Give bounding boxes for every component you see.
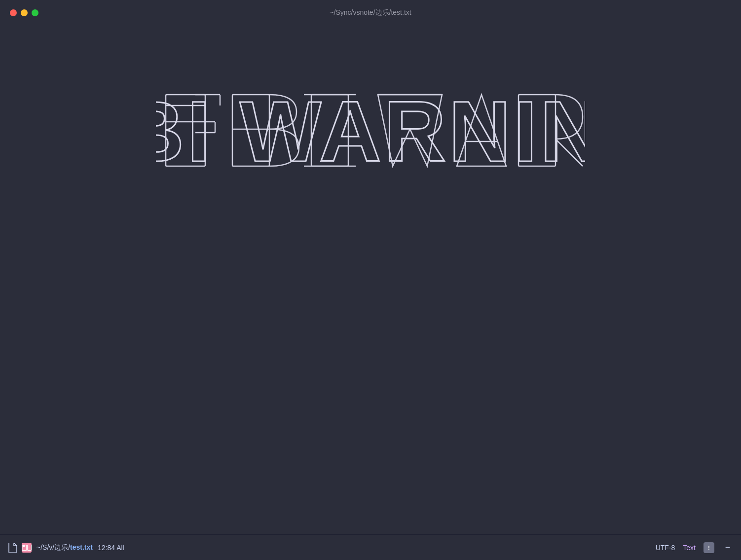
- save-icon: [22, 544, 27, 551]
- title-bar: ~/Sync/vsnote/边乐/test.txt: [0, 0, 741, 26]
- svg-text:!: !: [708, 545, 709, 551]
- fbi-warning-display: .fbi-letter { fill: none; stroke: #e0e0f…: [156, 85, 585, 174]
- maximize-button[interactable]: [32, 9, 38, 16]
- file-path-prefix: ~/S/v/边乐/: [37, 543, 70, 551]
- status-right: UTF-8 Text ! −: [656, 542, 733, 553]
- fbi-warning-text: FBI WARNING: [156, 85, 585, 174]
- file-path: ~/S/v/边乐/test.txt: [37, 543, 93, 552]
- minimize-button[interactable]: [21, 9, 28, 16]
- text-mode-label[interactable]: Text: [683, 544, 696, 552]
- status-left: ~/S/v/边乐/test.txt 12:84 All: [8, 543, 124, 553]
- close-button[interactable]: [10, 9, 17, 16]
- traffic-lights: [10, 9, 38, 16]
- file-icon: [8, 543, 17, 553]
- warning-icon: !: [705, 544, 712, 551]
- minus-button[interactable]: −: [722, 542, 733, 553]
- cursor-position: 12:84 All: [98, 544, 124, 552]
- modified-icon: [22, 543, 32, 553]
- status-warning-icon: !: [704, 542, 714, 553]
- status-bar: ~/S/v/边乐/test.txt 12:84 All UTF-8 Text !…: [0, 534, 741, 560]
- encoding-label: UTF-8: [656, 544, 675, 552]
- fbi-warning-svg: .fbi-letter { fill: none; stroke: #e0e0f…: [156, 85, 585, 174]
- file-path-name: test.txt: [70, 543, 93, 551]
- window-title: ~/Sync/vsnote/边乐/test.txt: [330, 8, 411, 17]
- svg-rect-20: [23, 545, 25, 547]
- main-content: .fbi-letter { fill: none; stroke: #e0e0f…: [0, 26, 741, 534]
